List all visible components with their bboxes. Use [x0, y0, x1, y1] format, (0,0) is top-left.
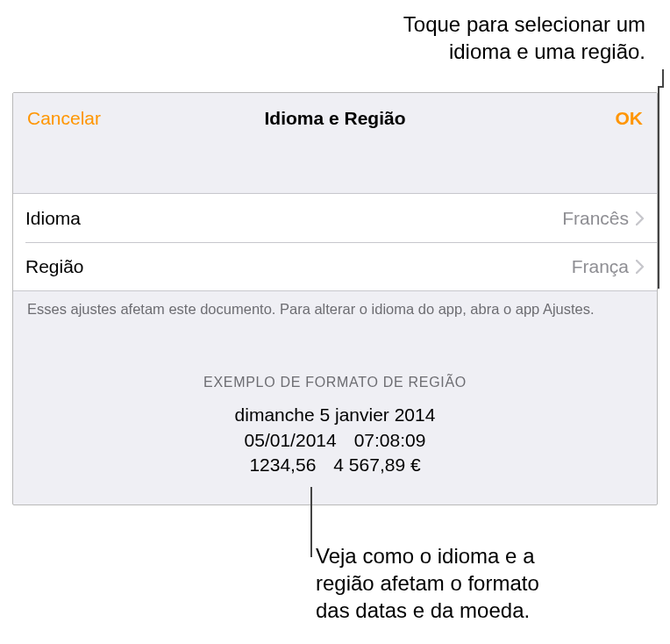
nav-bar: Cancelar Idioma e Região OK: [13, 93, 657, 144]
cancel-button[interactable]: Cancelar: [27, 108, 101, 129]
example-header: EXEMPLO DE FORMATO DE REGIÃO: [13, 375, 657, 390]
callout-bottom-line1: Veja como o idioma e a: [316, 542, 614, 569]
callout-bottom: Veja como o idioma e a região afetam o f…: [316, 542, 614, 625]
example-long-date: dimanche 5 janvier 2014: [13, 403, 657, 427]
callout-connector: [658, 86, 659, 289]
row-language-label: Idioma: [25, 208, 562, 229]
callout-bottom-line2: região afetam o formato: [316, 569, 614, 597]
example-number: 1234,56: [249, 453, 316, 477]
row-region-value: França: [572, 256, 629, 277]
row-language[interactable]: Idioma Francês: [13, 194, 657, 242]
callout-top: Toque para selecionar um idioma e uma re…: [403, 11, 645, 65]
callout-bottom-line3: das datas e da moeda.: [316, 597, 614, 624]
panel-title: Idioma e Região: [13, 108, 657, 129]
language-region-panel: Cancelar Idioma e Região OK Idioma Franc…: [12, 92, 658, 505]
row-region[interactable]: Região França: [25, 242, 657, 290]
footer-note: Esses ajustes afetam este documento. Par…: [13, 291, 657, 318]
example-datetime-line: 05/01/201407:08:09: [13, 428, 657, 453]
region-format-example: EXEMPLO DE FORMATO DE REGIÃO dimanche 5 …: [13, 375, 657, 477]
callout-connector: [662, 69, 664, 86]
chevron-right-icon: [636, 260, 645, 274]
row-language-value: Francês: [562, 208, 629, 229]
example-short-date: 05/01/2014: [245, 428, 337, 453]
row-region-label: Região: [25, 256, 572, 277]
callout-top-line2: idioma e uma região.: [403, 38, 645, 65]
example-time: 07:08:09: [354, 428, 426, 453]
example-currency: 4 567,89 €: [333, 453, 420, 477]
example-numbers-line: 1234,564 567,89 €: [13, 453, 657, 477]
chevron-right-icon: [636, 211, 645, 225]
ok-button[interactable]: OK: [616, 108, 644, 129]
settings-rows: Idioma Francês Região França: [13, 193, 657, 291]
callout-top-line1: Toque para selecionar um: [403, 11, 645, 38]
callout-connector: [310, 487, 312, 557]
